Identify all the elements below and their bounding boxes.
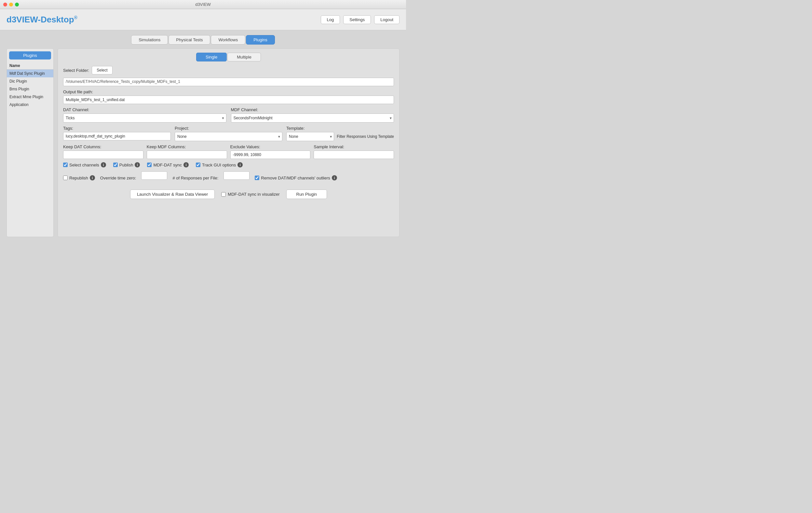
republish-checkbox[interactable]: [63, 176, 68, 180]
keep-mdf-input[interactable]: [147, 151, 227, 159]
sidebar-item-mdf-dat[interactable]: Mdf Dat Sync Plugin: [7, 69, 53, 78]
project-select[interactable]: None: [175, 132, 282, 141]
sample-interval-section: Sample Interval:: [314, 144, 394, 159]
sidebar-plugins-button[interactable]: Plugins: [9, 51, 51, 60]
publish-checkbox-item[interactable]: Publish i: [113, 162, 140, 168]
mdf-dat-sync-label: MDF-DAT sync: [153, 162, 182, 168]
tags-input[interactable]: [63, 132, 171, 141]
sample-interval-label: Sample Interval:: [314, 144, 394, 149]
mdf-sync-vis-checkbox-item[interactable]: MDF-DAT sync in visualizer: [221, 192, 280, 197]
publish-checkbox[interactable]: [113, 162, 118, 167]
logout-button[interactable]: Logout: [374, 15, 400, 24]
title-bar: d3VIEW: [0, 0, 406, 9]
window-controls: [3, 3, 19, 6]
log-button[interactable]: Log: [321, 15, 340, 24]
track-gui-options-checkbox[interactable]: [196, 162, 200, 167]
logo-d3view: d3VIEW-Desktop®: [6, 14, 78, 24]
right-panel: Single Multiple Select Folder: Select /V…: [58, 49, 400, 237]
dat-channel-select[interactable]: Ticks: [63, 114, 226, 123]
mdf-channel-select[interactable]: SecondsFromMidnight: [231, 114, 394, 123]
tab-single[interactable]: Single: [196, 53, 227, 61]
run-plugin-button[interactable]: Run Plugin: [286, 189, 327, 199]
output-filepath-input[interactable]: [63, 96, 394, 104]
sidebar-name-header: Name: [7, 62, 53, 69]
project-label: Project:: [175, 126, 282, 131]
mode-tabs: Single Multiple: [63, 53, 394, 61]
remove-outliers-checkbox-item[interactable]: Remove DAT/MDF channels' outliers i: [255, 175, 337, 180]
sidebar-item-bms[interactable]: Bms Plugin: [7, 85, 53, 93]
close-button[interactable]: [3, 3, 7, 6]
track-gui-options-info-icon[interactable]: i: [237, 162, 243, 168]
sample-interval-input[interactable]: [314, 151, 394, 159]
maximize-button[interactable]: [15, 3, 19, 6]
republish-info-icon[interactable]: i: [90, 175, 95, 180]
mdf-channel-label: MDF Channel:: [231, 107, 394, 112]
template-row: None ▼ Filter Responses Using Template: [286, 132, 394, 141]
exclude-values-section: Exclude Values:: [230, 144, 311, 159]
project-dropdown-wrap: None ▼: [175, 132, 282, 141]
tab-multiple[interactable]: Multiple: [227, 53, 261, 61]
sidebar-item-extract-mme[interactable]: Extract Mme Plugin: [7, 93, 53, 101]
publish-info-icon[interactable]: i: [135, 162, 140, 168]
sidebar: Plugins Name Mdf Dat Sync Plugin Dic Plu…: [6, 49, 54, 237]
minimize-button[interactable]: [9, 3, 13, 6]
tags-label: Tags:: [63, 126, 171, 131]
override-time-zero-label: Override time zero:: [100, 176, 136, 180]
select-folder-button[interactable]: Select: [92, 66, 112, 74]
template-dropdown-wrap: None ▼: [286, 132, 334, 141]
settings-button[interactable]: Settings: [343, 15, 371, 24]
mdf-dat-sync-checkbox[interactable]: [147, 162, 152, 167]
tab-simulations[interactable]: Simulations: [131, 35, 168, 44]
track-gui-options-checkbox-item[interactable]: Track GUI options i: [196, 162, 243, 168]
app-logo: d3VIEW-Desktop®: [6, 14, 78, 25]
tab-physical-tests[interactable]: Physical Tests: [169, 35, 210, 44]
mdf-dat-sync-vis-label: MDF-DAT sync in visualizer: [228, 192, 280, 197]
remove-outliers-checkbox[interactable]: [255, 176, 259, 180]
select-channels-checkbox[interactable]: [63, 162, 68, 167]
mdf-channel-section: MDF Channel: SecondsFromMidnight ▼: [231, 107, 394, 123]
keep-mdf-section: Keep MDF Columns:: [147, 144, 227, 159]
tab-plugins[interactable]: Plugins: [246, 35, 275, 44]
select-channels-label: Select channels: [69, 162, 99, 168]
dat-channel-section: DAT Channel: Ticks ▼: [63, 107, 226, 123]
override-time-zero-input[interactable]: [141, 171, 167, 180]
content-wrapper: Plugins Name Mdf Dat Sync Plugin Dic Plu…: [6, 49, 400, 237]
mdf-dat-sync-info-icon[interactable]: i: [183, 162, 189, 168]
template-select[interactable]: None: [286, 132, 334, 141]
bottom-options-row: Republish i Override time zero: # of Res…: [63, 171, 394, 184]
responses-per-file-input[interactable]: [224, 171, 250, 180]
responses-per-file-label: # of Responses per File:: [172, 176, 218, 180]
app-header: d3VIEW-Desktop® Log Settings Logout: [0, 9, 406, 30]
project-section: Project: None ▼: [175, 126, 282, 141]
template-section: Template: None ▼ Filter Responses Using …: [286, 126, 394, 141]
columns-row: Keep DAT Columns: Keep MDF Columns: Excl…: [63, 144, 394, 159]
sidebar-item-dic[interactable]: Dic Plugin: [7, 78, 53, 85]
keep-mdf-label: Keep MDF Columns:: [147, 144, 227, 149]
filter-responses-label: Filter Responses Using Template: [337, 134, 394, 139]
template-label: Template:: [286, 126, 394, 131]
keep-dat-input[interactable]: [63, 151, 143, 159]
launch-visualizer-button[interactable]: Launch Visualizer & Raw Data Viewer: [130, 189, 215, 199]
select-channels-info-icon[interactable]: i: [101, 162, 106, 168]
select-channels-checkbox-item[interactable]: Select channels i: [63, 162, 106, 168]
keep-dat-label: Keep DAT Columns:: [63, 144, 143, 149]
nav-tabs: Simulations Physical Tests Workflows Plu…: [6, 35, 400, 44]
tab-workflows[interactable]: Workflows: [211, 35, 245, 44]
publish-label: Publish: [119, 162, 134, 168]
track-gui-options-label: Track GUI options: [202, 162, 236, 168]
mdf-dat-sync-checkbox-item[interactable]: MDF-DAT sync i: [147, 162, 189, 168]
keep-dat-section: Keep DAT Columns:: [63, 144, 143, 159]
remove-outliers-label: Remove DAT/MDF channels' outliers: [261, 176, 330, 180]
tags-project-template-row: Tags: Project: None ▼ Template:: [63, 126, 394, 141]
exclude-values-label: Exclude Values:: [230, 144, 311, 149]
header-buttons: Log Settings Logout: [321, 15, 400, 24]
exclude-values-input[interactable]: [230, 151, 311, 159]
republish-label: Republish: [69, 176, 88, 180]
republish-checkbox-item[interactable]: Republish i: [63, 175, 95, 180]
sidebar-item-application[interactable]: Application: [7, 101, 53, 109]
mdf-dat-sync-vis-checkbox[interactable]: [221, 192, 226, 197]
remove-outliers-info-icon[interactable]: i: [332, 175, 337, 180]
dat-channel-label: DAT Channel:: [63, 107, 226, 112]
checkboxes-row: Select channels i Publish i MDF-DAT sync…: [63, 162, 394, 168]
action-row: Launch Visualizer & Raw Data Viewer MDF-…: [63, 189, 394, 199]
